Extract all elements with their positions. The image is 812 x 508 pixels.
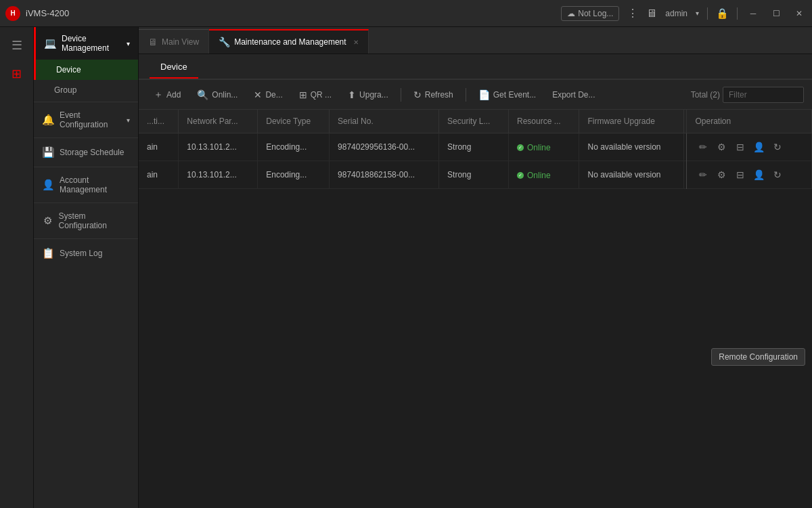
icon-sidebar: ☰ ⊞ bbox=[0, 27, 34, 508]
delete-label: De... bbox=[265, 90, 282, 100]
total-count: Total (2) bbox=[691, 90, 720, 100]
export-button[interactable]: Export De... bbox=[545, 87, 602, 103]
refresh-row-button[interactable]: ↻ bbox=[769, 139, 786, 155]
cloud-login-button[interactable]: ☁ Not Log... bbox=[561, 6, 619, 21]
col-header-firmware: Firmware Upgrade bbox=[579, 110, 684, 133]
nav-item-system-log[interactable]: 📋 System Log bbox=[34, 240, 138, 266]
search-icon: 🔍 bbox=[197, 89, 208, 100]
main-view-icon: 🖥 bbox=[148, 37, 158, 47]
nav-sub-item-group[interactable]: Group bbox=[34, 80, 138, 100]
tab-main-view-label: Main View bbox=[162, 37, 199, 47]
status-label: Online bbox=[527, 143, 551, 152]
nav-divider bbox=[34, 203, 138, 203]
plus-icon: ＋ bbox=[154, 89, 163, 101]
col-header-device-type: Device Type bbox=[258, 110, 330, 133]
close-button[interactable]: ✕ bbox=[792, 6, 807, 21]
tab-close-icon[interactable]: ✕ bbox=[353, 39, 359, 46]
lock-icon[interactable]: 🔒 bbox=[716, 7, 729, 20]
tooltip-text: Remote Configuration bbox=[719, 352, 798, 362]
upload-icon: ⬆ bbox=[348, 89, 356, 100]
edit-button[interactable]: ✏ bbox=[695, 139, 711, 155]
col-header-network: Network Par... bbox=[179, 110, 258, 133]
delete-button[interactable]: ✕ De... bbox=[247, 86, 289, 104]
tab-bar: 🖥 Main View 🔧 Maintenance and Management… bbox=[139, 27, 812, 54]
nav-divider bbox=[34, 102, 138, 102]
col-header-security: Security L... bbox=[439, 110, 509, 133]
tab-maintenance[interactable]: 🔧 Maintenance and Management ✕ bbox=[209, 29, 368, 54]
online-button[interactable]: 🔍 Onlin... bbox=[190, 86, 244, 104]
refresh-button[interactable]: ↻ Refresh bbox=[407, 86, 460, 104]
title-bar: H iVMS-4200 ☁ Not Log... ⋮ 🖥 admin ▾ 🔒 ─… bbox=[0, 0, 812, 27]
account-icon: 👤 bbox=[42, 179, 54, 191]
table-row: ain 10.13.101.2... Encoding... 987401886… bbox=[139, 161, 812, 189]
col-header-name: ...ti... bbox=[139, 110, 179, 133]
remote-configuration-tooltip: Remote Configuration bbox=[711, 348, 805, 366]
remote-config-button-2[interactable]: ⊟ bbox=[732, 167, 748, 183]
minimize-button[interactable]: ─ bbox=[746, 6, 761, 21]
table-row: ain 10.13.101.2... Encoding... 987402995… bbox=[139, 133, 812, 161]
user-button[interactable]: 👤 bbox=[751, 167, 767, 183]
filter-input[interactable] bbox=[723, 87, 804, 103]
add-button[interactable]: ＋ Add bbox=[147, 85, 187, 104]
admin-label: admin bbox=[665, 9, 687, 18]
nav-item-storage-schedule[interactable]: 💾 Storage Schedule bbox=[34, 140, 138, 165]
cell-name: ain bbox=[139, 133, 179, 161]
qr-icon: ⊞ bbox=[299, 89, 307, 100]
admin-dropdown-icon[interactable]: ▾ bbox=[696, 9, 699, 17]
nav-divider bbox=[34, 167, 138, 167]
app-title: iVMS-4200 bbox=[26, 8, 69, 18]
cell-network: 10.13.101.2... bbox=[179, 133, 258, 161]
sub-tabs: Device bbox=[139, 54, 812, 80]
nav-label-account: Account Management bbox=[60, 175, 130, 194]
refresh-row-button[interactable]: ↻ bbox=[769, 167, 786, 183]
content-area: 🖥 Main View 🔧 Maintenance and Management… bbox=[139, 27, 812, 508]
nav-section-device: 💻 Device Management ▾ Device Group bbox=[34, 27, 138, 100]
nav-item-system-configuration[interactable]: ⚙ System Configuration bbox=[34, 205, 138, 237]
nav-item-account-management[interactable]: 👤 Account Management bbox=[34, 169, 138, 201]
system-log-icon: 📋 bbox=[42, 247, 54, 259]
refresh-label: Refresh bbox=[425, 90, 453, 100]
qr-button[interactable]: ⊞ QR ... bbox=[292, 86, 338, 104]
file-icon: 📄 bbox=[478, 89, 490, 100]
toolbar-separator bbox=[401, 88, 401, 102]
col-header-serial: Serial No. bbox=[330, 110, 439, 133]
upgrade-button[interactable]: ⬆ Upgra... bbox=[341, 86, 395, 104]
cell-firmware: No available version bbox=[579, 133, 684, 161]
table-header-row: ...ti... Network Par... Device Type Seri… bbox=[139, 110, 812, 133]
event-config-icon: 🔔 bbox=[42, 114, 54, 126]
get-event-button[interactable]: 📄 Get Event... bbox=[472, 86, 543, 104]
menu-dots-icon[interactable]: ⋮ bbox=[627, 7, 638, 20]
online-label: Onlin... bbox=[212, 90, 238, 100]
cell-device-type: Encoding... bbox=[258, 133, 330, 161]
config-button[interactable]: ⚙ bbox=[714, 139, 730, 155]
nav-item-event-configuration[interactable]: 🔔 Event Configuration ▾ bbox=[34, 104, 138, 136]
grid-view-button[interactable]: ⊞ bbox=[4, 61, 30, 87]
system-config-icon: ⚙ bbox=[42, 215, 53, 227]
nav-item-device-management[interactable]: 💻 Device Management ▾ bbox=[34, 27, 138, 60]
status-dot bbox=[517, 172, 524, 179]
config-button[interactable]: ⚙ bbox=[714, 167, 730, 183]
edit-button[interactable]: ✏ bbox=[695, 167, 711, 183]
col-header-operation: Operation bbox=[687, 110, 812, 133]
cell-serial: 9874018862158-00... bbox=[330, 161, 439, 189]
monitor-icon[interactable]: 🖥 bbox=[646, 7, 657, 20]
filter-area bbox=[723, 87, 804, 103]
nav-sub-item-device[interactable]: Device bbox=[34, 60, 138, 80]
cell-resource: Online bbox=[508, 133, 579, 161]
device-management-icon: 💻 bbox=[44, 37, 56, 49]
maximize-button[interactable]: ☐ bbox=[769, 6, 784, 21]
sub-tab-device[interactable]: Device bbox=[150, 56, 198, 79]
nav-label-system-log: System Log bbox=[60, 249, 102, 258]
x-icon: ✕ bbox=[254, 89, 262, 100]
maintenance-icon: 🔧 bbox=[219, 37, 230, 47]
cell-resource: Online bbox=[508, 161, 579, 189]
tab-main-view[interactable]: 🖥 Main View bbox=[139, 29, 209, 54]
nav-panel: 💻 Device Management ▾ Device Group 🔔 Eve… bbox=[34, 27, 139, 508]
separator bbox=[737, 7, 738, 20]
menu-toggle-button[interactable]: ☰ bbox=[4, 33, 30, 58]
add-label: Add bbox=[166, 90, 181, 100]
cell-serial: 9874029956136-00... bbox=[330, 133, 439, 161]
remote-config-button[interactable]: ⊟ bbox=[732, 139, 748, 155]
user-button[interactable]: 👤 bbox=[751, 139, 767, 155]
content-inner: Device ＋ Add 🔍 Onlin... ✕ De... ⊞ bbox=[139, 54, 812, 508]
